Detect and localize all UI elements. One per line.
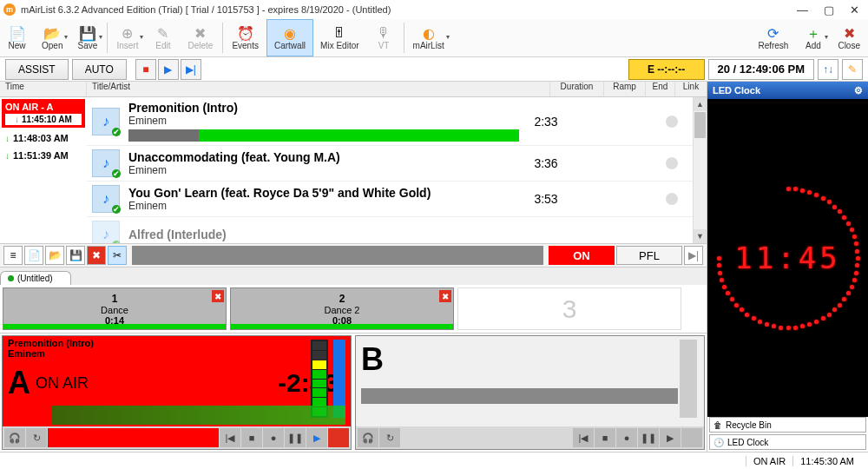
stop-icon[interactable]: ■ xyxy=(595,428,615,447)
player-b-bar xyxy=(361,388,678,404)
pause-icon[interactable]: ❚❚ xyxy=(285,428,306,447)
cart-close-icon[interactable]: ✖ xyxy=(212,290,224,302)
clock-icon: 🕒 xyxy=(713,438,724,447)
auto-button[interactable]: AUTO xyxy=(72,59,127,80)
marker-icon[interactable] xyxy=(681,428,702,447)
cartwall-tab[interactable]: (Untitled) xyxy=(0,271,71,285)
delete-button[interactable]: ✖Delete xyxy=(181,19,220,56)
prev-icon[interactable]: |◀ xyxy=(220,428,240,447)
col-end[interactable]: End xyxy=(646,82,675,96)
progress-bar xyxy=(128,129,519,142)
link-dot[interactable] xyxy=(666,116,678,128)
play-icon[interactable]: ▶ xyxy=(306,428,327,447)
minimize-button[interactable]: — xyxy=(797,3,808,17)
pause-icon[interactable]: ❚❚ xyxy=(638,428,659,447)
add-button[interactable]: ＋Add▾ xyxy=(796,19,831,56)
time-row: ↓11:51:39 AM xyxy=(0,147,87,164)
shuffle-icon[interactable]: ✂ xyxy=(108,246,127,265)
close-window-button[interactable]: ✕ xyxy=(850,3,859,17)
delete-icon[interactable]: ✖ xyxy=(87,246,106,265)
save-button[interactable]: 💾Save▾ xyxy=(70,19,105,56)
close-button[interactable]: ✖Close xyxy=(831,19,868,56)
item-artist: Eminem xyxy=(128,115,519,127)
link-dot[interactable] xyxy=(666,157,678,169)
loop-icon[interactable]: ↻ xyxy=(26,428,47,447)
play-button[interactable]: ▶ xyxy=(158,59,179,80)
player-b-controls: 🎧 ↻ |◀ ■ ● ❚❚ ▶ xyxy=(356,426,704,449)
headphones-icon[interactable]: 🎧 xyxy=(358,428,378,447)
cart-slot-empty[interactable]: 3 xyxy=(457,287,681,330)
stop-button[interactable]: ■ xyxy=(135,59,156,80)
music-icon: ♪ xyxy=(92,108,120,135)
assist-button[interactable]: ASSIST xyxy=(5,59,69,80)
pfl-button[interactable]: PFL xyxy=(616,246,682,265)
new-button[interactable]: 📄New xyxy=(0,19,35,56)
sidebar-led-clock[interactable]: 🕒 LED Clock xyxy=(709,434,866,450)
on-button[interactable]: ON xyxy=(549,246,615,265)
insert-button[interactable]: ⊕Insert▾ xyxy=(109,19,146,56)
playlist-item[interactable]: ♪ Premonition (Intro) Eminem 2:33 xyxy=(87,97,693,146)
item-title: You Gon' Learn (feat. Royce Da 5'9" and … xyxy=(128,186,519,200)
cart-slot[interactable]: ✖ 1 Dance 0:14 xyxy=(3,287,227,330)
waveform[interactable] xyxy=(51,406,345,425)
item-artist: Eminem xyxy=(128,200,519,212)
doc-icon[interactable]: 📄 xyxy=(24,246,43,265)
menu-icon[interactable]: ≡ xyxy=(3,246,23,265)
sidebar-recycle-bin[interactable]: 🗑 Recycle Bin xyxy=(709,417,866,433)
col-titleartist[interactable]: Title/Artist xyxy=(87,82,550,96)
next-button[interactable]: ▶| xyxy=(181,59,201,80)
scroll-down-icon[interactable]: ▼ xyxy=(694,229,707,243)
skip-icon[interactable]: ▶| xyxy=(684,246,703,265)
music-icon: ♪ xyxy=(92,185,120,213)
sort-button[interactable]: ↑↓ xyxy=(818,59,838,80)
rec-icon[interactable]: ● xyxy=(263,428,284,447)
main-toolbar: 📄New 📂Open▾ 💾Save▾ ⊕Insert▾ ✎Edit ✖Delet… xyxy=(0,19,868,57)
gear-icon[interactable]: ⚙ xyxy=(854,85,863,96)
music-icon: ♪ xyxy=(92,149,120,177)
cartwall-button[interactable]: ◉Cartwall xyxy=(266,19,313,56)
play-icon[interactable]: ▶ xyxy=(660,428,681,447)
col-time[interactable]: Time xyxy=(0,82,87,96)
mixeditor-button[interactable]: 🎚Mix Editor xyxy=(313,19,366,56)
scroll-thumb[interactable] xyxy=(694,112,706,138)
cart-close-icon[interactable]: ✖ xyxy=(439,290,451,302)
player-b: B 🎧 ↻ |◀ ■ ● ❚❚ ▶ xyxy=(355,335,705,450)
control-row: ASSIST AUTO ■ ▶ ▶| E --:--:-- 20 / 12:49… xyxy=(0,57,868,82)
col-ramp[interactable]: Ramp xyxy=(604,82,646,96)
col-duration[interactable]: Duration xyxy=(550,82,604,96)
link-dot[interactable] xyxy=(666,193,678,205)
playlist-item[interactable]: ♪ Unaccommodating (feat. Young M.A) Emin… xyxy=(87,146,693,182)
edit-pencil-button[interactable]: ✎ xyxy=(842,59,863,80)
mairlist-button[interactable]: ◐mAirList▾ xyxy=(406,19,452,56)
track-bar[interactable] xyxy=(132,246,543,265)
active-dot-icon xyxy=(8,275,14,281)
music-icon: ♪ xyxy=(92,221,120,243)
prev-icon[interactable]: |◀ xyxy=(573,428,594,447)
folder-icon[interactable]: 📂 xyxy=(45,246,64,265)
headphones-icon[interactable]: 🎧 xyxy=(4,428,25,447)
col-link[interactable]: Link xyxy=(675,82,707,96)
edit-button[interactable]: ✎Edit xyxy=(146,19,181,56)
mid-toolbar: ≡ 📄 📂 💾 ✖ ✂ ON PFL ▶| xyxy=(0,243,707,268)
titlebar: m mAirList 6.3.2 Advanced Edition (Trial… xyxy=(0,0,868,19)
maximize-button[interactable]: ▢ xyxy=(824,3,834,17)
cart-slot[interactable]: ✖ 2 Dance 2 0:08 xyxy=(230,287,454,330)
led-clock: 11:45 xyxy=(707,99,868,417)
scroll-up-icon[interactable]: ▲ xyxy=(694,97,707,111)
trash-icon: 🗑 xyxy=(713,420,722,430)
events-button[interactable]: ⏰Events xyxy=(225,19,266,56)
vt-button[interactable]: 🎙VT xyxy=(367,19,402,56)
item-duration: 2:33 xyxy=(519,115,573,129)
playlist-item[interactable]: ♪ You Gon' Learn (feat. Royce Da 5'9" an… xyxy=(87,182,693,217)
playlist-item[interactable]: ♪ Alfred (Interlude) xyxy=(87,217,693,243)
rec-icon[interactable]: ● xyxy=(616,428,637,447)
save-icon[interactable]: 💾 xyxy=(66,246,85,265)
player-a-time: -2:33 xyxy=(278,368,339,398)
loop-icon[interactable]: ↻ xyxy=(379,428,400,447)
scrollbar[interactable]: ▲ ▼ xyxy=(693,97,707,243)
refresh-button[interactable]: ⟳Refresh xyxy=(751,19,796,56)
open-button[interactable]: 📂Open▾ xyxy=(35,19,70,56)
ledclock-header[interactable]: LED Clock ⚙ xyxy=(707,82,868,99)
stop-icon[interactable]: ■ xyxy=(241,428,262,447)
marker-icon[interactable] xyxy=(328,428,349,447)
